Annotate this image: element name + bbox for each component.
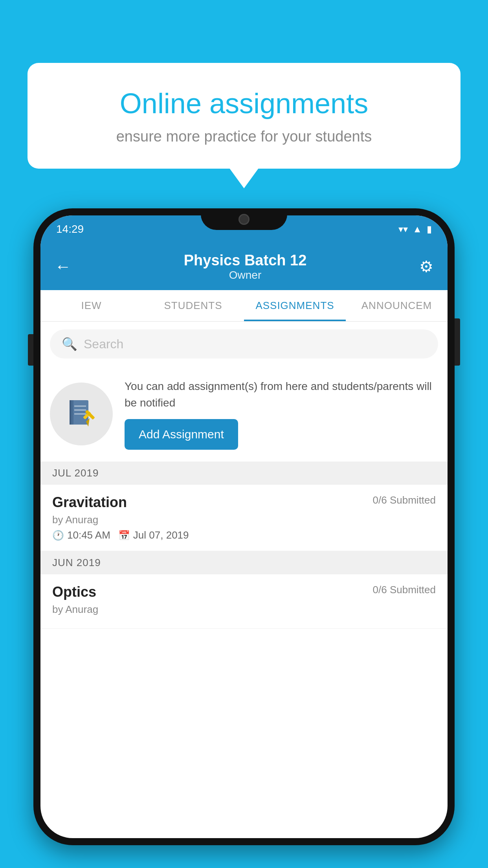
speech-bubble-container: Online assignments ensure more practice … <box>28 63 460 169</box>
assignment-submitted-gravitation: 0/6 Submitted <box>373 494 436 506</box>
assignment-icon-circle <box>50 383 113 445</box>
speech-bubble-title: Online assignments <box>55 86 433 120</box>
header-center: Physics Batch 12 Owner <box>184 252 307 281</box>
phone-notch <box>201 208 287 230</box>
clock-icon: 🕐 <box>52 530 64 541</box>
tabs-bar: IEW STUDENTS ASSIGNMENTS ANNOUNCEM <box>40 290 448 322</box>
assignment-submitted-optics: 0/6 Submitted <box>373 584 436 596</box>
info-description: You can add assignment(s) from here and … <box>125 378 438 411</box>
month-divider-jul: JUL 2019 <box>40 462 448 485</box>
header-subtitle: Owner <box>184 269 307 281</box>
header-title: Physics Batch 12 <box>184 252 307 269</box>
assignment-author-optics: by Anurag <box>52 603 436 616</box>
month-divider-jun: JUN 2019 <box>40 551 448 574</box>
assignment-optics[interactable]: Optics 0/6 Submitted by Anurag <box>40 574 448 629</box>
status-time: 14:29 <box>56 223 84 235</box>
meta-time-value: 10:45 AM <box>67 529 110 541</box>
calendar-icon: 📅 <box>118 530 130 541</box>
app-header: ← Physics Batch 12 Owner ⚙ <box>40 243 448 290</box>
svg-rect-2 <box>70 400 71 425</box>
tab-iew[interactable]: IEW <box>40 290 142 321</box>
signal-icon: ▲ <box>413 224 422 235</box>
assignment-header: Gravitation 0/6 Submitted <box>52 494 436 511</box>
phone-inner: 14:29 ▾▾ ▲ ▮ ← Physics Batch 12 Owner ⚙ <box>40 215 448 838</box>
assignment-gravitation[interactable]: Gravitation 0/6 Submitted by Anurag 🕐 10… <box>40 485 448 551</box>
tab-students[interactable]: STUDENTS <box>142 290 244 321</box>
assignment-header-optics: Optics 0/6 Submitted <box>52 584 436 600</box>
info-section: You can add assignment(s) from here and … <box>40 366 448 462</box>
settings-button[interactable]: ⚙ <box>419 257 433 276</box>
phone-container: 14:29 ▾▾ ▲ ▮ ← Physics Batch 12 Owner ⚙ <box>33 208 455 868</box>
speech-bubble: Online assignments ensure more practice … <box>28 63 460 169</box>
tab-assignments[interactable]: ASSIGNMENTS <box>244 290 346 321</box>
add-assignment-button[interactable]: Add Assignment <box>125 419 238 450</box>
svg-rect-1 <box>71 400 73 425</box>
meta-date-value: Jul 07, 2019 <box>133 529 189 541</box>
assignment-author-gravitation: by Anurag <box>52 514 436 526</box>
status-icons: ▾▾ ▲ ▮ <box>398 224 432 235</box>
meta-time: 🕐 10:45 AM <box>52 529 110 541</box>
notebook-svg <box>66 398 97 430</box>
search-icon: 🔍 <box>62 337 77 351</box>
search-bar[interactable]: 🔍 Search <box>50 329 438 359</box>
meta-date: 📅 Jul 07, 2019 <box>118 529 189 541</box>
wifi-icon: ▾▾ <box>398 224 408 235</box>
back-button[interactable]: ← <box>55 257 71 276</box>
assignment-meta-gravitation: 🕐 10:45 AM 📅 Jul 07, 2019 <box>52 529 436 541</box>
info-content: You can add assignment(s) from here and … <box>125 378 438 450</box>
search-container: 🔍 Search <box>40 322 448 366</box>
tab-announcements[interactable]: ANNOUNCEM <box>346 290 448 321</box>
speech-bubble-subtitle: ensure more practice for your students <box>55 128 433 145</box>
assignment-title-optics: Optics <box>52 584 96 600</box>
phone-camera <box>238 214 250 225</box>
phone-outer: 14:29 ▾▾ ▲ ▮ ← Physics Batch 12 Owner ⚙ <box>33 208 455 845</box>
assignment-title-gravitation: Gravitation <box>52 494 127 511</box>
search-placeholder: Search <box>84 337 123 351</box>
battery-icon: ▮ <box>427 224 432 235</box>
